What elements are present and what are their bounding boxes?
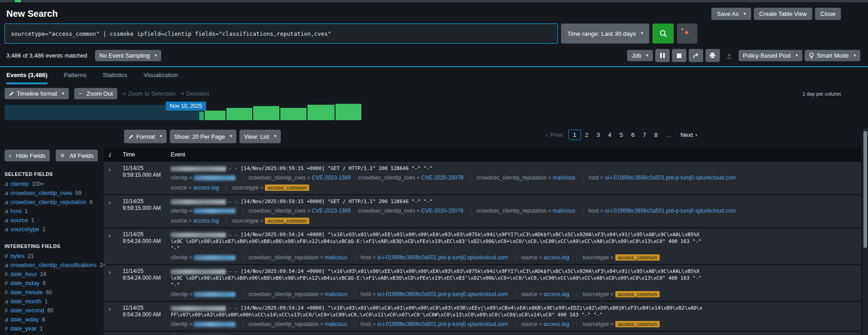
field-link[interactable]: date_second bbox=[10, 307, 44, 314]
page-button-7[interactable]: 7 bbox=[638, 130, 650, 140]
timeline-bar[interactable] bbox=[199, 112, 204, 120]
page-button-4[interactable]: 4 bbox=[604, 130, 616, 140]
field-value-link[interactable]: si-i-01989bc3656c0a501.prd-p-tumj0.splun… bbox=[377, 254, 508, 261]
field-link[interactable]: date_hour bbox=[10, 271, 37, 277]
save-as-button[interactable]: Save As bbox=[711, 8, 751, 20]
pause-button[interactable] bbox=[655, 49, 670, 62]
pool-selector-button[interactable]: Policy-Based Pool bbox=[739, 50, 802, 61]
share-button[interactable] bbox=[689, 49, 703, 62]
print-button[interactable] bbox=[705, 49, 720, 62]
field-key[interactable]: host bbox=[589, 175, 599, 181]
timeline-bar[interactable] bbox=[307, 105, 335, 120]
search-input[interactable]: sourcetype="access_common" | cssmoke ipf… bbox=[5, 24, 558, 44]
field-key[interactable]: sourcetype bbox=[582, 291, 609, 297]
sourcetype-badge[interactable]: access_common bbox=[615, 291, 660, 297]
per-page-button[interactable]: Show: 20 Per Page bbox=[170, 130, 237, 143]
field-value-link[interactable]: access.log bbox=[193, 184, 219, 191]
field-value-link[interactable]: si-i-01989bc3656c0a501.prd-p-tumj0.splun… bbox=[605, 208, 736, 214]
time-range-picker[interactable]: Time range: Last 30 days bbox=[561, 24, 649, 44]
field-key[interactable]: crowdsec_clientip_reputation bbox=[476, 175, 547, 181]
hide-fields-button[interactable]: Hide Fields bbox=[5, 150, 50, 161]
field-value-link[interactable]: access.log bbox=[543, 291, 569, 297]
field-link[interactable]: crowdsec_clientip_cves bbox=[10, 189, 72, 196]
field-key[interactable]: crowdsec_clientip_cves bbox=[358, 175, 415, 181]
timeline-bar[interactable] bbox=[226, 108, 252, 120]
expand-chevron-icon[interactable]: › bbox=[109, 232, 110, 239]
next-page-button[interactable]: Next bbox=[681, 131, 697, 138]
tab-patterns[interactable]: Patterns bbox=[64, 72, 86, 84]
field-key[interactable]: source bbox=[521, 321, 537, 327]
search-mode-button[interactable]: Smart Mode bbox=[805, 50, 860, 61]
field-item-date_mday[interactable]: #date_mday6 bbox=[5, 279, 104, 288]
field-link[interactable]: bytes bbox=[10, 252, 24, 259]
field-link[interactable]: host bbox=[10, 208, 22, 214]
expand-chevron-icon[interactable]: › bbox=[109, 199, 110, 206]
field-item-date_year[interactable]: #date_year1 bbox=[5, 324, 104, 333]
format-button[interactable]: Format bbox=[124, 130, 167, 143]
field-value-link[interactable]: si-i-01989bc3656c0a501.prd-p-tumj0.splun… bbox=[605, 175, 736, 181]
field-link[interactable]: date_mday bbox=[10, 280, 39, 286]
deselect-button[interactable]: Deselect bbox=[181, 90, 209, 97]
field-link[interactable]: date_wday bbox=[10, 316, 39, 323]
ai-assistant-button[interactable] bbox=[677, 24, 697, 44]
field-link[interactable]: clientip bbox=[10, 180, 29, 187]
field-key[interactable]: clientip bbox=[171, 208, 187, 214]
field-value-link[interactable]: CVE-2023-1389 bbox=[312, 208, 351, 214]
field-value-link[interactable]: malicious bbox=[325, 254, 348, 261]
sourcetype-badge[interactable]: access_common bbox=[615, 254, 660, 261]
field-key[interactable]: clientip bbox=[171, 254, 187, 261]
tab-statistics[interactable]: Statistics bbox=[103, 72, 127, 84]
field-key[interactable]: crowdsec_clientip_reputation bbox=[249, 291, 319, 297]
field-key[interactable]: host bbox=[361, 254, 371, 261]
field-key[interactable]: clientip bbox=[171, 175, 187, 181]
field-key[interactable]: crowdsec_clientip_reputation bbox=[249, 254, 319, 261]
field-link[interactable]: date_minute bbox=[10, 289, 43, 296]
field-link[interactable]: source bbox=[10, 217, 28, 223]
sourcetype-badge[interactable]: access_common bbox=[265, 184, 309, 191]
timeline-bar[interactable] bbox=[336, 104, 361, 120]
field-value-link[interactable]: CVE-2023-1389 bbox=[312, 175, 351, 181]
timeline-bar[interactable] bbox=[205, 111, 225, 120]
field-key[interactable]: clientip bbox=[171, 291, 187, 297]
stop-button[interactable] bbox=[672, 49, 686, 62]
page-button-3[interactable]: 3 bbox=[592, 130, 604, 140]
field-value-link[interactable]: si-i-01989bc3656c0a501.prd-p-tumj0.splun… bbox=[377, 291, 508, 297]
zoom-to-selection-button[interactable]: Zoom to Selection bbox=[123, 90, 175, 97]
tab-visualization[interactable]: Visualization bbox=[144, 72, 178, 84]
field-value-link[interactable]: access.log bbox=[193, 218, 219, 224]
expand-chevron-icon[interactable]: › bbox=[109, 166, 110, 173]
field-item-clientip[interactable]: aclientip100+ bbox=[5, 180, 104, 189]
field-value-link[interactable]: malicious bbox=[553, 208, 575, 214]
create-table-view-button[interactable]: Create Table View bbox=[754, 8, 812, 20]
field-item-crowdsec_clientip_classifications[interactable]: acrowdsec_clientip_classifications24 bbox=[5, 261, 104, 270]
field-key[interactable]: crowdsec_clientip_reputation bbox=[476, 208, 547, 214]
field-item-date_zone[interactable]: #date_zone1 bbox=[5, 333, 104, 335]
expand-chevron-icon[interactable]: › bbox=[109, 269, 110, 276]
field-key[interactable]: crowdsec_clientip_cves bbox=[358, 208, 415, 214]
field-item-date_minute[interactable]: #date_minute60 bbox=[5, 288, 104, 297]
field-item-date_second[interactable]: #date_second60 bbox=[5, 306, 104, 315]
field-key[interactable]: source bbox=[521, 254, 537, 261]
close-button[interactable]: Close bbox=[815, 8, 841, 20]
event-sampling-button[interactable]: No Event Sampling bbox=[95, 50, 162, 61]
export-button[interactable] bbox=[726, 53, 732, 59]
field-item-crowdsec_clientip_cves[interactable]: acrowdsec_clientip_cves59 bbox=[5, 189, 104, 198]
field-key[interactable]: crowdsec_clientip_cves bbox=[249, 175, 306, 181]
timeline-bar[interactable] bbox=[280, 108, 307, 120]
field-value-link[interactable]: CVE-2020-25078 bbox=[422, 175, 464, 181]
field-value-link[interactable]: access.log bbox=[543, 254, 569, 261]
scrollbar[interactable] bbox=[863, 128, 868, 335]
field-key[interactable]: source bbox=[521, 291, 537, 297]
timeline-bar[interactable] bbox=[253, 106, 279, 120]
sourcetype-badge[interactable]: access_common bbox=[265, 218, 309, 224]
field-key[interactable]: sourcetype bbox=[232, 184, 259, 191]
field-key[interactable]: sourcetype bbox=[582, 254, 609, 261]
field-item-date_month[interactable]: adate_month1 bbox=[5, 297, 104, 306]
scrollbar-thumb[interactable] bbox=[863, 131, 867, 248]
field-link[interactable]: sourcetype bbox=[10, 226, 39, 233]
view-selector-button[interactable]: View: List bbox=[240, 130, 281, 143]
field-link[interactable]: crowdsec_clientip_reputation bbox=[10, 199, 86, 205]
field-key[interactable]: host bbox=[361, 291, 371, 297]
field-link[interactable]: date_month bbox=[10, 298, 42, 305]
field-key[interactable]: crowdsec_clientip_cves bbox=[249, 208, 306, 214]
